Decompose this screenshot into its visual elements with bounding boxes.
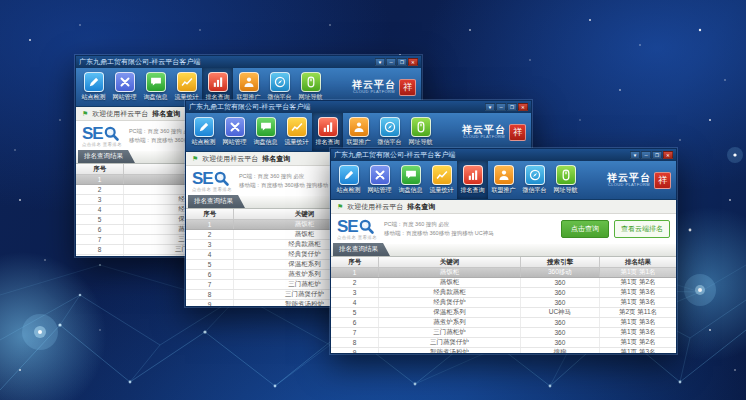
- brand-logo: 祥云平台 CLOUD PLATFORM 祥: [462, 113, 529, 151]
- toolbar-item-inquiry-message[interactable]: 询盘信息: [395, 161, 426, 199]
- cell-no: 7: [76, 235, 124, 244]
- cell-rank: 第1页 第1名: [600, 268, 676, 277]
- toolbar-item-site-nav[interactable]: 网址导航: [405, 113, 436, 151]
- skin-button[interactable]: ▼: [485, 103, 495, 111]
- column-header: 序号: [76, 164, 124, 174]
- table-row[interactable]: 8三门蒸煲仔炉360第1页 第2名: [331, 338, 676, 348]
- skin-button[interactable]: ▼: [375, 58, 385, 66]
- table-row[interactable]: 9智能煮汤粉炉搜狗第1页 第3名: [331, 348, 676, 353]
- main-toolbar: 站点检测网站管理询盘信息流量统计排名查询联盟推广微信平台网址导航 祥云平台 CL…: [186, 113, 531, 152]
- table-row[interactable]: 7三门蒸柜炉360第1页 第3名: [331, 328, 676, 338]
- toolbar-items: 站点检测网站管理询盘信息流量统计排名查询联盟推广微信平台网址导航: [333, 161, 581, 199]
- toolbar-item-inquiry-message[interactable]: 询盘信息: [140, 68, 171, 106]
- toolbar-item-label: 站点检测: [337, 186, 361, 195]
- toolbar-items: 站点检测网站管理询盘信息流量统计排名查询联盟推广微信平台网址导航: [188, 113, 436, 151]
- window-title: 广东九鼎工贸有限公司-祥云平台客户端: [189, 102, 484, 112]
- toolbar-item-label: 询盘信息: [144, 93, 168, 102]
- cell-engine: UC神马: [521, 308, 600, 317]
- query-button[interactable]: 点击查询: [561, 220, 609, 238]
- toolbar-item-label: 站点检测: [192, 138, 216, 147]
- toolbar-item-site-manage[interactable]: 网站管理: [219, 113, 250, 151]
- cell-no: 4: [186, 250, 234, 259]
- cell-rank: 第1页 第3名: [600, 328, 676, 337]
- cell-engine: 360: [521, 298, 600, 307]
- view-cloud-rank-button[interactable]: 查看云端排名: [614, 220, 670, 238]
- cell-no: 3: [186, 240, 234, 249]
- toolbar-item-site-nav[interactable]: 网址导航: [550, 161, 581, 199]
- table-row[interactable]: 3经典款蒸柜360第1页 第3名: [331, 288, 676, 298]
- table-row[interactable]: 2蒸饭柜360第1页 第2名: [331, 278, 676, 288]
- maximize-button[interactable]: ❐: [652, 151, 662, 159]
- toolbar-item-label: 微信平台: [523, 186, 547, 195]
- inquiry-message-icon: [401, 165, 421, 185]
- close-button[interactable]: ✕: [663, 151, 673, 159]
- toolbar-item-site-check[interactable]: 站点检测: [188, 113, 219, 151]
- cell-no: 2: [331, 278, 379, 287]
- maximize-button[interactable]: ❐: [397, 58, 407, 66]
- cell-no: 1: [331, 268, 379, 277]
- toolbar-item-rank-query[interactable]: 排名查询: [457, 161, 488, 199]
- results-tab[interactable]: 排名查询结果: [333, 243, 390, 256]
- results-tab[interactable]: 排名查询结果: [188, 195, 245, 208]
- toolbar-item-wechat-platform[interactable]: 微信平台: [519, 161, 550, 199]
- cell-engine: 360: [521, 288, 600, 297]
- inquiry-message-icon: [256, 117, 276, 137]
- flag-icon: ⚑: [82, 110, 88, 118]
- window-title: 广东九鼎工贸有限公司-祥云平台客户端: [79, 57, 374, 67]
- seo-tagline: 点击排名 查看排名: [192, 188, 232, 193]
- toolbar-item-inquiry-message[interactable]: 询盘信息: [250, 113, 281, 151]
- toolbar-item-traffic-stats[interactable]: 流量统计: [281, 113, 312, 151]
- minimize-button[interactable]: ─: [386, 58, 396, 66]
- toolbar-item-promotion[interactable]: 联盟推广: [343, 113, 374, 151]
- table-row[interactable]: 4经典煲仔炉360第1页 第3名: [331, 298, 676, 308]
- traffic-stats-icon: [177, 72, 197, 92]
- cell-keyword: 经典款蒸柜: [379, 288, 520, 297]
- cell-no: 5: [331, 308, 379, 317]
- close-button[interactable]: ✕: [518, 103, 528, 111]
- toolbar-item-wechat-platform[interactable]: 微信平台: [374, 113, 405, 151]
- title-bar[interactable]: 广东九鼎工贸有限公司-祥云平台客户端 ▼─❐✕: [186, 101, 531, 113]
- toolbar-item-site-check[interactable]: 站点检测: [333, 161, 364, 199]
- toolbar-item-label: 站点检测: [82, 93, 106, 102]
- toolbar-item-label: 排名查询: [316, 138, 340, 147]
- toolbar-item-promotion[interactable]: 联盟推广: [488, 161, 519, 199]
- results-tab[interactable]: 排名查询结果: [78, 150, 135, 163]
- toolbar-item-site-manage[interactable]: 网站管理: [109, 68, 140, 106]
- table-row[interactable]: 1蒸饭柜360移动第1页 第1名: [331, 268, 676, 278]
- cell-no: 9: [186, 300, 234, 306]
- toolbar-item-label: 联盟推广: [492, 186, 516, 195]
- toolbar-item-site-manage[interactable]: 网站管理: [364, 161, 395, 199]
- table-body: 1蒸饭柜360移动第1页 第1名2蒸饭柜360第1页 第2名3经典款蒸柜360第…: [331, 268, 676, 353]
- wechat-platform-icon: [380, 117, 400, 137]
- column-header: 序号: [331, 257, 379, 267]
- cell-no: 8: [331, 338, 379, 347]
- wechat-platform-icon: [270, 72, 290, 92]
- table-row[interactable]: 6蒸煮炉系列360第1页 第3名: [331, 318, 676, 328]
- minimize-button[interactable]: ─: [496, 103, 506, 111]
- cell-rank: 第1页 第3名: [600, 348, 676, 353]
- site-check-icon: [84, 72, 104, 92]
- maximize-button[interactable]: ❐: [507, 103, 517, 111]
- cell-no: 2: [76, 185, 124, 194]
- app-window-front: 广东九鼎工贸有限公司-祥云平台客户端 ▼─❐✕ 站点检测网站管理询盘信息流量统计…: [330, 148, 677, 354]
- traffic-stats-icon: [287, 117, 307, 137]
- toolbar-item-site-check[interactable]: 站点检测: [78, 68, 109, 106]
- toolbar-item-label: 网站管理: [223, 138, 247, 147]
- toolbar-item-rank-query[interactable]: 排名查询: [312, 113, 343, 151]
- minimize-button[interactable]: ─: [641, 151, 651, 159]
- window-title: 广东九鼎工贸有限公司-祥云平台客户端: [334, 150, 629, 160]
- toolbar-item-traffic-stats[interactable]: 流量统计: [426, 161, 457, 199]
- cell-no: 6: [331, 318, 379, 327]
- title-bar[interactable]: 广东九鼎工贸有限公司-祥云平台客户端 ▼─❐✕: [331, 149, 676, 161]
- desktop-background: 广东九鼎工贸有限公司-祥云平台客户端 ▼─❐✕ 站点检测网站管理询盘信息流量统计…: [0, 0, 746, 400]
- column-header: 关键词: [379, 257, 520, 267]
- cell-no: 8: [186, 290, 234, 299]
- title-bar[interactable]: 广东九鼎工贸有限公司-祥云平台客户端 ▼─❐✕: [76, 56, 421, 68]
- close-button[interactable]: ✕: [408, 58, 418, 66]
- table-row[interactable]: 5保温柜系列UC神马第2页 第11名: [331, 308, 676, 318]
- promotion-icon: [239, 72, 259, 92]
- cell-keyword: 智能煮汤粉炉: [379, 348, 520, 353]
- results-tab-bar: 排名查询结果: [331, 244, 676, 257]
- seo-logo-text: SE: [337, 218, 358, 235]
- skin-button[interactable]: ▼: [630, 151, 640, 159]
